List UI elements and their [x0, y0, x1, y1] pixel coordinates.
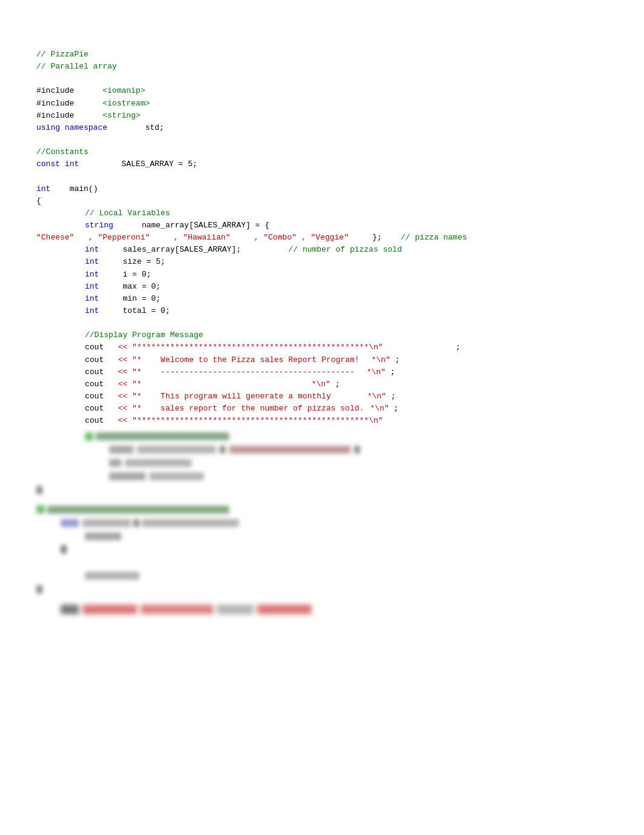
line-cout2: cout << "* Welcome to the Pizza sales Re…	[36, 354, 608, 366]
line-int-i: int i = 0;	[36, 269, 608, 281]
cout3-semi: ;	[391, 366, 395, 378]
line-brace-open: {	[36, 195, 608, 207]
blurred-section-3	[61, 603, 608, 616]
line-display-comment: //Display Program Message	[36, 329, 608, 341]
line-blank4	[36, 317, 608, 329]
line-comment1: // PizzaPie	[36, 49, 608, 61]
line-int-size: int size = 5;	[36, 256, 608, 268]
int5-keyword: int	[85, 293, 99, 305]
line-cout4: cout << "* *\n" ;	[36, 378, 608, 391]
include2-keyword: #include	[36, 98, 74, 110]
line-blank2	[36, 134, 608, 146]
cout5-semi: ;	[391, 391, 396, 403]
pizza-names-comment: // pizza names	[401, 232, 467, 244]
name-array: name_array[SALES_ARRAY] = {	[142, 220, 270, 232]
include1-keyword: #include	[36, 85, 74, 97]
int6-keyword: int	[85, 305, 99, 317]
line-constants-comment: //Constants	[36, 146, 608, 158]
line-int-min: int min = 0;	[36, 293, 608, 305]
string-keyword: string	[85, 220, 113, 232]
line-cout3: cout << "* -----------------------------…	[36, 366, 608, 378]
blurred-brace1	[36, 486, 608, 498]
int-keyword: int	[36, 183, 50, 195]
line-cout1: cout << "*******************************…	[36, 341, 608, 354]
line-include2: #include <iostream>	[36, 98, 608, 110]
local-vars-comment: // Local Variables	[85, 207, 170, 220]
cout4-end: *\n"	[312, 378, 330, 391]
include3-keyword: #include	[36, 110, 74, 122]
line-cout6: cout << "* sales report for the number o…	[36, 403, 608, 415]
cout1: cout	[85, 341, 104, 354]
cout2: cout	[85, 354, 104, 366]
cout4-semi: ;	[335, 378, 340, 391]
max-var: max = 0;	[122, 281, 160, 293]
constants-comment: //Constants	[36, 146, 89, 158]
main-func: main()	[70, 183, 98, 195]
line-blank1	[36, 73, 608, 85]
cout6: cout	[85, 403, 104, 415]
comment2: // Parallel array	[36, 61, 117, 73]
cout2-content: << "* Welcome to the Pizza sales Report …	[118, 354, 360, 366]
include3-path: <string>	[102, 110, 140, 122]
cout1-semi: ;	[456, 341, 461, 354]
line-include1: #include <iomanip>	[36, 85, 608, 97]
display-comment: //Display Program Message	[85, 329, 203, 341]
blurred-section-2	[36, 504, 608, 582]
i-var: i = 0;	[122, 269, 151, 281]
line-using: using namespace std;	[36, 122, 608, 134]
min-var: min = 0;	[122, 293, 160, 305]
blurred-section-1	[85, 431, 608, 482]
cout1-content: << "************************************…	[118, 341, 383, 354]
line-int-max: int max = 0;	[36, 281, 608, 293]
include2-path: <iostream>	[102, 98, 150, 110]
code-editor: // PizzaPie // Parallel array #include <…	[36, 49, 608, 616]
int2-keyword: int	[85, 256, 99, 268]
cout6-semi: ;	[394, 403, 398, 415]
int4-keyword: int	[85, 281, 99, 293]
cout5-content: << "* This program will generate a month…	[118, 391, 331, 403]
include1-path: <iomanip>	[102, 85, 145, 97]
int1-keyword: int	[85, 244, 99, 256]
cout7-content: << "************************************…	[118, 415, 383, 427]
veggie-str: , "Veggie"	[301, 232, 349, 244]
line-local-vars-comment: // Local Variables	[36, 207, 608, 220]
line-array-values: "Cheese" , "Pepperoni" , "Hawaiian" , "C…	[36, 232, 608, 244]
line-string-array: string name_array[SALES_ARRAY] = {	[36, 220, 608, 232]
cout5-end: *\n"	[367, 391, 386, 403]
cout7: cout	[85, 415, 104, 427]
cout4: cout	[85, 378, 104, 391]
sales-array-var: sales_array[SALES_ARRAY];	[122, 244, 241, 256]
cout3-content: << "* ----------------------------------…	[118, 366, 355, 378]
pepperoni-str: , "Pepperoni"	[89, 232, 150, 244]
sales-array-const: SALES_ARRAY = 5;	[121, 158, 197, 170]
line-comment2: // Parallel array	[36, 61, 608, 73]
cheese-str: "Cheese"	[36, 232, 74, 244]
cout6-end: *\n"	[370, 403, 389, 415]
line-int-sales: int sales_array[SALES_ARRAY]; // number …	[36, 244, 608, 256]
brace-open: {	[36, 195, 41, 207]
cout3: cout	[85, 366, 104, 378]
cout5: cout	[85, 391, 104, 403]
num-pizzas-comment: // number of pizzas sold	[288, 244, 401, 256]
total-var: total = 0;	[122, 305, 170, 317]
int3-keyword: int	[85, 269, 99, 281]
using-keyword: using namespace	[36, 122, 107, 134]
line-blank3	[36, 170, 608, 183]
line-int-total: int total = 0;	[36, 305, 608, 317]
array-end: };	[372, 232, 382, 244]
line-int-main: int main()	[36, 183, 608, 195]
line-const: const int SALES_ARRAY = 5;	[36, 158, 608, 170]
line-include3: #include <string>	[36, 110, 608, 122]
cout2-end: *\n"	[372, 354, 391, 366]
size-var: size = 5;	[122, 256, 165, 268]
cout3-end: *\n"	[367, 366, 386, 378]
hawaiian-str: , "Hawaiian"	[173, 232, 230, 244]
std-label: std;	[145, 122, 164, 134]
cout6-content: << "* sales report for the number of piz…	[118, 403, 364, 415]
line-cout5: cout << "* This program will generate a …	[36, 391, 608, 403]
blurred-brace2	[36, 585, 608, 598]
line-cout7: cout << "*******************************…	[36, 415, 608, 427]
cout4-content: << "*	[118, 378, 142, 391]
combo-str: , "Combo"	[254, 232, 297, 244]
cout2-semi: ;	[395, 354, 400, 366]
